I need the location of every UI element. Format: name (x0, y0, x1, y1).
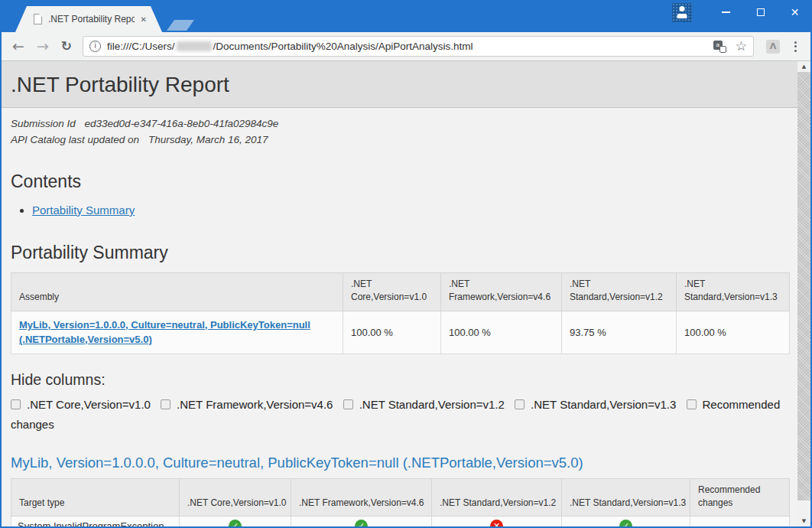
bookmark-star-icon[interactable]: ☆ (736, 40, 747, 53)
browser-tab[interactable]: .NET Portability Report ✕ (15, 6, 162, 32)
hide-column-netstandard13[interactable]: .NET Standard,Version=v1.3 (515, 398, 676, 411)
target-type-cell: System.InvalidProgramException (11, 517, 180, 526)
catalog-updated-date: Thursday, March 16, 2017 (148, 134, 268, 145)
netcore-percentage: 100.00 % (343, 311, 441, 354)
browser-menu-icon[interactable] (788, 39, 803, 54)
checkbox-netstandard12[interactable] (343, 399, 353, 409)
document-icon (34, 14, 42, 24)
tab-close-icon[interactable]: ✕ (141, 15, 147, 24)
page-title: .NET Portability Report (11, 73, 788, 97)
catalog-updated-label: API Catalog last updated on (11, 134, 139, 145)
table-row: MyLib, Version=1.0.0.0, Culture=neutral,… (11, 311, 790, 354)
tab-title: .NET Portability Report (48, 14, 135, 24)
recommended-changes-cell (690, 517, 790, 526)
list-item: Portability Summary (32, 202, 788, 218)
submission-id-label: Submission Id (11, 118, 76, 129)
minimize-button[interactable] (709, 1, 743, 24)
maximize-icon (757, 8, 765, 16)
submission-id-value: ed33ed0d-e347-416a-8eb0-41fa02984c9e (85, 118, 279, 129)
table-row: System.InvalidProgramException ✓ ✓ ✕ ✓ (11, 517, 790, 526)
column-header-netcore: .NET Core,Version=v1.0 (180, 478, 291, 517)
contents-list: Portability Summary (32, 202, 788, 218)
netstandard12-percentage: 93.75 % (562, 311, 677, 354)
browser-window: .NET Portability Report ✕ ✕ ← → ↻ i file… (0, 0, 812, 528)
translate-icon[interactable]: a (713, 41, 726, 53)
hide-column-netstandard12[interactable]: .NET Standard,Version=v1.2 (343, 398, 505, 411)
checkbox-netstandard13[interactable] (515, 399, 525, 409)
netstandard13-percentage: 100.00 % (677, 311, 790, 354)
supported-icon: ✓ (229, 520, 242, 526)
reload-button[interactable]: ↻ (55, 40, 78, 53)
titlebar: .NET Portability Report ✕ ✕ (0, 0, 812, 32)
column-header-netframework: .NET Framework,Version=v4.6 (441, 272, 562, 311)
checkbox-netcore[interactable] (11, 399, 21, 409)
new-tab-button[interactable] (167, 20, 194, 31)
url-text[interactable]: file:///C:/Users//Documents/Portability%… (107, 41, 707, 52)
hide-columns-heading: Hide columns: (11, 371, 788, 389)
hide-column-netcore[interactable]: .NET Core,Version=v1.0 (11, 398, 151, 411)
hide-column-netframework[interactable]: .NET Framework,Version=v4.6 (161, 398, 333, 411)
portability-summary-link[interactable]: Portability Summary (32, 204, 135, 217)
column-header-netstandard13: .NET Standard,Version=v1.3 (677, 272, 790, 311)
back-button[interactable]: ← (6, 39, 31, 54)
column-header-netstandard12: .NET Standard,Version=v1.2 (432, 478, 562, 517)
page-info-icon[interactable]: i (89, 41, 101, 52)
scrollbar[interactable]: ▲ ▼ (797, 61, 810, 526)
profile-icon (680, 6, 685, 11)
column-header-netstandard13: .NET Standard,Version=v1.3 (562, 478, 690, 517)
assembly-section-heading: MyLib, Version=1.0.0.0, Culture=neutral,… (11, 455, 788, 471)
assembly-detail-table: Target type .NET Core,Version=v1.0 .NET … (11, 478, 790, 526)
supported-icon: ✓ (355, 520, 368, 526)
close-button[interactable]: ✕ (778, 1, 812, 24)
scroll-up-icon[interactable]: ▲ (797, 61, 810, 72)
minimize-icon (722, 11, 730, 13)
adobe-acrobat-extension-icon[interactable]: Λ (766, 40, 780, 54)
hide-columns-options: .NET Core,Version=v1.0 .NET Framework,Ve… (11, 395, 788, 435)
portability-summary-table: Assembly .NET Core,Version=v1.0 .NET Fra… (11, 272, 790, 354)
scroll-down-icon[interactable]: ▼ (797, 516, 810, 526)
column-header-netframework: .NET Framework,Version=v4.6 (291, 478, 432, 517)
maximize-button[interactable] (743, 1, 778, 24)
toolbar: ← → ↻ i file:///C:/Users//Documents/Port… (0, 32, 812, 61)
report-metadata: Submission Id ed33ed0d-e347-416a-8eb0-41… (11, 116, 788, 148)
unsupported-icon: ✕ (490, 520, 503, 526)
column-header-netcore: .NET Core,Version=v1.0 (343, 272, 441, 311)
close-icon: ✕ (791, 7, 800, 18)
redacted-username (177, 41, 212, 51)
checkbox-netframework[interactable] (161, 399, 171, 409)
report-header-band: .NET Portability Report (2, 61, 797, 108)
column-header-assembly: Assembly (11, 272, 343, 311)
contents-heading: Contents (11, 171, 788, 192)
scrollbar-thumb[interactable] (797, 72, 810, 500)
portability-summary-heading: Portability Summary (11, 243, 788, 263)
profile-button[interactable] (672, 3, 692, 22)
url-prefix: file:///C:/Users/ (107, 41, 175, 52)
assembly-link[interactable]: MyLib, Version=1.0.0.0, Culture=neutral,… (19, 319, 310, 346)
column-header-target-type: Target type (11, 478, 180, 517)
forward-button[interactable]: → (31, 39, 55, 54)
checkbox-recommended[interactable] (687, 399, 697, 409)
column-header-recommended-changes: Recommended changes (690, 478, 790, 517)
netframework-percentage: 100.00 % (441, 311, 562, 354)
address-bar[interactable]: i file:///C:/Users//Documents/Portabilit… (83, 36, 754, 57)
column-header-netstandard12: .NET Standard,Version=v1.2 (562, 272, 677, 311)
page-content: .NET Portability Report Submission Id ed… (2, 61, 797, 526)
url-suffix: /Documents/Portability%20Analysis/ApiPor… (213, 41, 473, 52)
supported-icon: ✓ (619, 520, 632, 526)
